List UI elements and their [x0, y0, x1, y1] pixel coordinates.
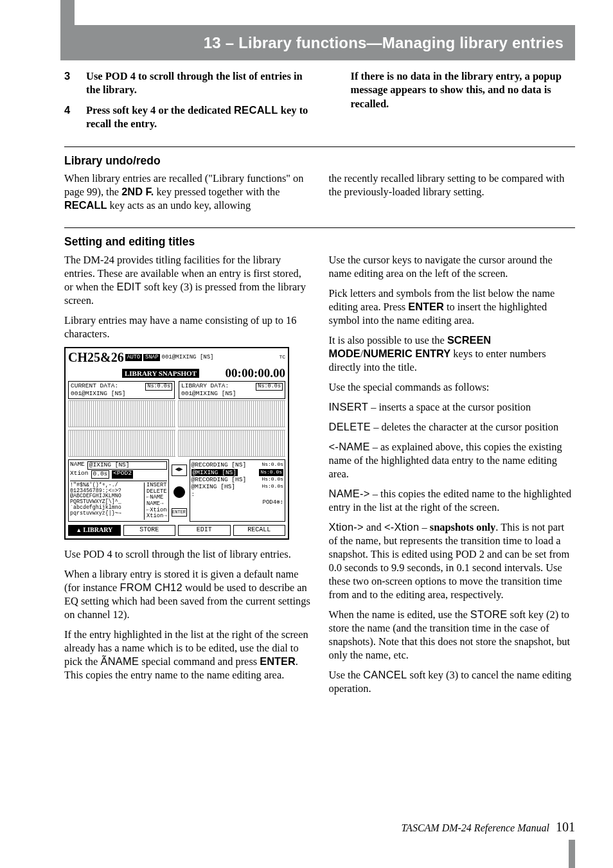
- t: Hs:0.0s: [262, 476, 283, 483]
- tab-store: STORE: [123, 525, 176, 536]
- t: Ns:0.0s: [259, 469, 283, 476]
- key-2ndf: 2ND F.: [121, 186, 154, 197]
- step-3: 3 Use POD 4 to scroll through the list o…: [64, 69, 311, 97]
- nav-arrows: ◀▶ ENTER: [172, 459, 187, 522]
- step-text: If there is no data in the library entry…: [351, 69, 576, 111]
- para: DELETE – deletes the character at the cu…: [329, 420, 576, 434]
- t: LIBRARY: [84, 526, 113, 533]
- snapshots-only: snapshots only: [430, 521, 496, 533]
- t: @RECORDING [NS]: [191, 461, 247, 468]
- t: When the name is edited, use the: [329, 608, 470, 621]
- t: and: [364, 521, 384, 533]
- store-softkey: STORE: [470, 608, 508, 620]
- library-snapshot-label: LIBRARY SNAPSHOT: [122, 369, 199, 378]
- page-number: 101: [556, 820, 575, 834]
- list-selected: @MIXING [NS]: [191, 469, 238, 476]
- enter-key: ENTER: [408, 301, 444, 312]
- edit-area: NAME @IXING [NS] Xtion 0.0s <POD2 !"#$%&…: [66, 458, 288, 523]
- fig-softkeys: ▲ LIBRARY STORE EDIT RECALL: [66, 523, 288, 536]
- t: NAME: [70, 461, 85, 470]
- para: INSERT – inserts a space at the cursor p…: [329, 400, 576, 414]
- waveform: [178, 400, 285, 427]
- waveform: [68, 430, 175, 457]
- para: Library entries may have a name consisti…: [64, 314, 311, 341]
- tab-library: ▲ LIBRARY: [68, 525, 121, 536]
- charset-grid: !"#$%&'()*+,-./ 0123456789:;<=>? @ABCDEF…: [70, 483, 144, 520]
- auto-badge: AUTO: [125, 354, 142, 361]
- page-edge-tab: [569, 840, 575, 868]
- chapter-title: 13 – Library functions—Managing library …: [204, 34, 564, 52]
- tab-edit: EDIT: [178, 525, 231, 536]
- divider: [64, 146, 575, 147]
- name-edit-panel: NAME @IXING [NS] Xtion 0.0s <POD2 !"#$%&…: [68, 459, 169, 522]
- t: – deletes the character at the cursor po…: [371, 421, 558, 433]
- rname-cmd: NAME->: [329, 488, 370, 499]
- para: <-NAME – as explained above, this copies…: [329, 440, 576, 481]
- para: The DM-24 provides titling facilities fo…: [64, 253, 311, 307]
- t: Xtion→: [147, 513, 167, 520]
- from-ch12: FROM CH12: [120, 581, 182, 593]
- t: – inserts a space at the cursor position: [368, 401, 531, 413]
- para: It is also possible to use the SCREEN MO…: [329, 333, 576, 374]
- channel-label: CH25&26: [68, 350, 124, 366]
- ns-right: Ns:0.0s: [256, 383, 283, 390]
- para: the recently recalled library setting to…: [329, 172, 576, 199]
- enter-button: ENTER: [172, 508, 187, 517]
- para: NAME-> – this copies the edited name to …: [329, 487, 576, 514]
- t: @MIXING [HS]: [191, 483, 235, 490]
- page-content: 3 Use POD 4 to scroll through the list o…: [64, 69, 575, 702]
- waveform-area: [66, 399, 288, 429]
- fig-header-2: LIBRARY SNAPSHOT 00:00:00.00: [66, 366, 288, 381]
- lname-cmd: <-NAME: [329, 441, 370, 452]
- pod2-label: <POD2: [112, 470, 133, 479]
- para: When library entries are recalled ("Libr…: [64, 172, 311, 212]
- para: Use the special commands as follows:: [329, 380, 576, 394]
- para: Xtion-> and <-Xtion – snapshots only. Th…: [329, 520, 576, 601]
- t: It is also possible to use the: [329, 334, 447, 346]
- side-tab: [60, 0, 75, 60]
- spacer: [329, 69, 351, 111]
- snap-mix: 001@MIXING [NS]: [161, 354, 213, 362]
- entry-list-panel: @RECORDING [NS]Ns:0.0s @MIXING [NS]Ns:0.…: [190, 459, 285, 522]
- arrow-lr: ◀▶: [172, 465, 187, 476]
- t: Press soft key 4 or the dedicated: [86, 104, 234, 116]
- tc-suffix: TC: [279, 354, 285, 360]
- section-heading-titles: Setting and editing titles: [64, 235, 575, 249]
- tab-recall: RECALL: [233, 525, 286, 536]
- recall-key: RECALL: [234, 104, 278, 116]
- current-data-left: CURRENT DATA: Ns:0.0s 001@MIXING [NS]: [68, 381, 175, 399]
- t: Ns:0.0s: [262, 461, 283, 468]
- book-title: TASCAM DM-24 Reference Manual: [401, 822, 549, 833]
- pod4-label: POD4⊚↕: [191, 499, 283, 506]
- t: special command and press: [139, 655, 260, 668]
- footer-text: TASCAM DM-24 Reference Manual 101: [64, 820, 575, 835]
- para: If the entry highlighted in the list at …: [64, 628, 311, 682]
- t: Xtion: [70, 470, 89, 479]
- t: Use the: [329, 669, 364, 681]
- steps-block: 3 Use POD 4 to scroll through the list o…: [64, 69, 575, 137]
- divider: [64, 227, 575, 228]
- para: Use POD 4 to scroll through the list of …: [64, 547, 311, 561]
- titles-block: The DM-24 provides titling facilities fo…: [64, 253, 575, 702]
- insert-cmd: INSERT: [329, 401, 369, 412]
- para: Pick letters and symbols from the list b…: [329, 287, 576, 327]
- library-data-right: LIBRARY DATA: Ns:0.0s 001@MIXING [NS]: [179, 381, 285, 399]
- command-list: INSERT DELETE ←NAME NAME→ ←Xtion Xtion→: [144, 483, 167, 520]
- waveform: [68, 400, 175, 427]
- aname-cmd: ÃNAME: [100, 655, 139, 667]
- step-text: Use POD 4 to scroll through the list of …: [86, 69, 311, 97]
- ns-left: Ns:0.0s: [145, 383, 172, 390]
- page-footer: TASCAM DM-24 Reference Manual 101: [64, 817, 575, 835]
- step-note: If there is no data in the library entry…: [329, 69, 576, 111]
- t: 001@MIXING [NS]: [71, 391, 172, 397]
- t: key acts as an undo key, allowing: [107, 199, 251, 211]
- fig-header: CH25&26 AUTO SNAP 001@MIXING [NS] TC: [66, 348, 288, 366]
- delete-cmd: DELETE: [329, 421, 371, 432]
- xtion-l-cmd: <-Xtion: [384, 521, 420, 533]
- para: Use the CANCEL soft key (3) to cancel th…: [329, 668, 576, 695]
- xtion-r-cmd: Xtion->: [329, 521, 364, 533]
- undo-block: When library entries are recalled ("Libr…: [64, 172, 575, 218]
- fig-current-row: CURRENT DATA: Ns:0.0s 001@MIXING [NS] LI…: [66, 381, 288, 399]
- step-number: 3: [64, 69, 86, 97]
- timecode: 00:00:00.00: [226, 366, 285, 381]
